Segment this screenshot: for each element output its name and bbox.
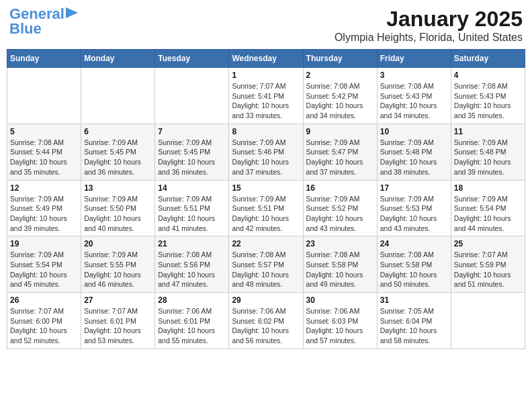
day-info: Sunrise: 7:06 AM Sunset: 6:03 PM Dayligh… xyxy=(306,306,374,346)
day-info: Sunrise: 7:08 AM Sunset: 5:56 PM Dayligh… xyxy=(158,250,226,289)
day-number: 7 xyxy=(158,127,226,136)
day-number: 20 xyxy=(84,239,152,248)
day-number: 17 xyxy=(380,183,448,193)
day-number: 29 xyxy=(232,295,300,305)
day-number: 26 xyxy=(10,295,78,305)
day-number: 28 xyxy=(158,295,226,305)
calendar-cell: 21Sunrise: 7:08 AM Sunset: 5:56 PM Dayli… xyxy=(155,236,229,293)
day-info: Sunrise: 7:09 AM Sunset: 5:49 PM Dayligh… xyxy=(10,194,78,234)
day-number: 2 xyxy=(306,71,374,80)
day-info: Sunrise: 7:09 AM Sunset: 5:51 PM Dayligh… xyxy=(158,194,226,234)
calendar-cell: 15Sunrise: 7:09 AM Sunset: 5:51 PM Dayli… xyxy=(229,180,303,236)
calendar-cell: 1Sunrise: 7:07 AM Sunset: 5:41 PM Daylig… xyxy=(229,68,303,124)
logo-arrow-icon xyxy=(66,7,78,18)
calendar-week-row: 5Sunrise: 7:08 AM Sunset: 5:44 PM Daylig… xyxy=(7,124,525,180)
day-number: 24 xyxy=(380,239,448,248)
day-number: 13 xyxy=(84,183,152,193)
title-block: January 2025 Olympia Heights, Florida, U… xyxy=(335,7,523,44)
weekday-header-friday: Friday xyxy=(377,50,451,68)
day-info: Sunrise: 7:09 AM Sunset: 5:53 PM Dayligh… xyxy=(380,194,448,234)
day-info: Sunrise: 7:09 AM Sunset: 5:47 PM Dayligh… xyxy=(306,138,374,177)
calendar-cell: 9Sunrise: 7:09 AM Sunset: 5:47 PM Daylig… xyxy=(303,124,377,180)
day-number: 19 xyxy=(10,239,78,248)
calendar-cell: 4Sunrise: 7:08 AM Sunset: 5:43 PM Daylig… xyxy=(451,68,525,124)
calendar-cell: 28Sunrise: 7:06 AM Sunset: 6:01 PM Dayli… xyxy=(155,293,229,349)
calendar-week-row: 1Sunrise: 7:07 AM Sunset: 5:41 PM Daylig… xyxy=(7,68,525,124)
day-info: Sunrise: 7:09 AM Sunset: 5:45 PM Dayligh… xyxy=(84,138,152,177)
day-number: 25 xyxy=(454,239,522,248)
day-number: 1 xyxy=(232,71,300,80)
day-number: 15 xyxy=(232,183,300,193)
day-number: 27 xyxy=(84,295,152,305)
day-info: Sunrise: 7:09 AM Sunset: 5:46 PM Dayligh… xyxy=(232,138,300,177)
calendar-cell: 27Sunrise: 7:07 AM Sunset: 6:01 PM Dayli… xyxy=(81,293,155,349)
day-info: Sunrise: 7:09 AM Sunset: 5:51 PM Dayligh… xyxy=(232,194,300,234)
day-info: Sunrise: 7:08 AM Sunset: 5:58 PM Dayligh… xyxy=(380,250,448,289)
calendar-cell: 6Sunrise: 7:09 AM Sunset: 5:45 PM Daylig… xyxy=(81,124,155,180)
calendar-cell: 17Sunrise: 7:09 AM Sunset: 5:53 PM Dayli… xyxy=(377,180,451,236)
day-info: Sunrise: 7:06 AM Sunset: 6:02 PM Dayligh… xyxy=(232,306,300,346)
day-number: 22 xyxy=(232,239,300,248)
day-info: Sunrise: 7:08 AM Sunset: 5:42 PM Dayligh… xyxy=(306,81,374,121)
calendar-cell: 7Sunrise: 7:09 AM Sunset: 5:45 PM Daylig… xyxy=(155,124,229,180)
day-number: 4 xyxy=(454,71,522,80)
svg-marker-0 xyxy=(66,7,78,18)
calendar-cell: 26Sunrise: 7:07 AM Sunset: 6:00 PM Dayli… xyxy=(7,293,81,349)
calendar-cell: 3Sunrise: 7:08 AM Sunset: 5:43 PM Daylig… xyxy=(377,68,451,124)
day-info: Sunrise: 7:09 AM Sunset: 5:55 PM Dayligh… xyxy=(84,250,152,289)
calendar-cell: 29Sunrise: 7:06 AM Sunset: 6:02 PM Dayli… xyxy=(229,293,303,349)
day-number: 6 xyxy=(84,127,152,136)
day-number: 9 xyxy=(306,127,374,136)
weekday-header-monday: Monday xyxy=(81,50,155,68)
day-number: 16 xyxy=(306,183,374,193)
calendar-subtitle: Olympia Heights, Florida, United States xyxy=(335,32,523,44)
day-info: Sunrise: 7:09 AM Sunset: 5:54 PM Dayligh… xyxy=(10,250,78,289)
calendar-cell: 20Sunrise: 7:09 AM Sunset: 5:55 PM Dayli… xyxy=(81,236,155,293)
day-number: 21 xyxy=(158,239,226,248)
calendar-cell: 24Sunrise: 7:08 AM Sunset: 5:58 PM Dayli… xyxy=(377,236,451,293)
calendar-cell: 31Sunrise: 7:05 AM Sunset: 6:04 PM Dayli… xyxy=(377,293,451,349)
day-number: 30 xyxy=(306,295,374,305)
day-number: 11 xyxy=(454,127,522,136)
logo-text: General xyxy=(9,7,64,21)
weekday-header-row: SundayMondayTuesdayWednesdayThursdayFrid… xyxy=(7,50,525,68)
day-info: Sunrise: 7:08 AM Sunset: 5:58 PM Dayligh… xyxy=(306,250,374,289)
calendar-cell: 11Sunrise: 7:09 AM Sunset: 5:48 PM Dayli… xyxy=(451,124,525,180)
calendar-cell: 2Sunrise: 7:08 AM Sunset: 5:42 PM Daylig… xyxy=(303,68,377,124)
day-info: Sunrise: 7:09 AM Sunset: 5:48 PM Dayligh… xyxy=(380,138,448,177)
weekday-header-wednesday: Wednesday xyxy=(229,50,303,68)
day-info: Sunrise: 7:09 AM Sunset: 5:54 PM Dayligh… xyxy=(454,194,522,234)
calendar-cell: 10Sunrise: 7:09 AM Sunset: 5:48 PM Dayli… xyxy=(377,124,451,180)
day-number: 12 xyxy=(10,183,78,193)
day-number: 18 xyxy=(454,183,522,193)
calendar-cell: 18Sunrise: 7:09 AM Sunset: 5:54 PM Dayli… xyxy=(451,180,525,236)
calendar-cell: 16Sunrise: 7:09 AM Sunset: 5:52 PM Dayli… xyxy=(303,180,377,236)
logo: General Blue xyxy=(9,7,78,36)
weekday-header-thursday: Thursday xyxy=(303,50,377,68)
page-header: General Blue January 2025 Olympia Height… xyxy=(7,7,525,44)
calendar-cell: 30Sunrise: 7:06 AM Sunset: 6:03 PM Dayli… xyxy=(303,293,377,349)
day-info: Sunrise: 7:09 AM Sunset: 5:52 PM Dayligh… xyxy=(306,194,374,234)
day-number: 5 xyxy=(10,127,78,136)
weekday-header-saturday: Saturday xyxy=(451,50,525,68)
day-number: 23 xyxy=(306,239,374,248)
calendar-cell xyxy=(81,68,155,124)
logo-blue-text: Blue xyxy=(9,21,42,36)
day-info: Sunrise: 7:09 AM Sunset: 5:45 PM Dayligh… xyxy=(158,138,226,177)
calendar-cell: 5Sunrise: 7:08 AM Sunset: 5:44 PM Daylig… xyxy=(7,124,81,180)
day-info: Sunrise: 7:09 AM Sunset: 5:50 PM Dayligh… xyxy=(84,194,152,234)
day-number: 10 xyxy=(380,127,448,136)
day-info: Sunrise: 7:08 AM Sunset: 5:43 PM Dayligh… xyxy=(380,81,448,121)
day-info: Sunrise: 7:08 AM Sunset: 5:57 PM Dayligh… xyxy=(232,250,300,289)
calendar-cell: 13Sunrise: 7:09 AM Sunset: 5:50 PM Dayli… xyxy=(81,180,155,236)
day-info: Sunrise: 7:08 AM Sunset: 5:43 PM Dayligh… xyxy=(454,81,522,121)
calendar-cell: 23Sunrise: 7:08 AM Sunset: 5:58 PM Dayli… xyxy=(303,236,377,293)
calendar-cell: 25Sunrise: 7:07 AM Sunset: 5:59 PM Dayli… xyxy=(451,236,525,293)
day-info: Sunrise: 7:05 AM Sunset: 6:04 PM Dayligh… xyxy=(380,306,448,346)
calendar-cell: 8Sunrise: 7:09 AM Sunset: 5:46 PM Daylig… xyxy=(229,124,303,180)
calendar-cell: 12Sunrise: 7:09 AM Sunset: 5:49 PM Dayli… xyxy=(7,180,81,236)
day-number: 8 xyxy=(232,127,300,136)
calendar-week-row: 19Sunrise: 7:09 AM Sunset: 5:54 PM Dayli… xyxy=(7,236,525,293)
calendar-cell: 22Sunrise: 7:08 AM Sunset: 5:57 PM Dayli… xyxy=(229,236,303,293)
calendar-cell xyxy=(451,293,525,349)
